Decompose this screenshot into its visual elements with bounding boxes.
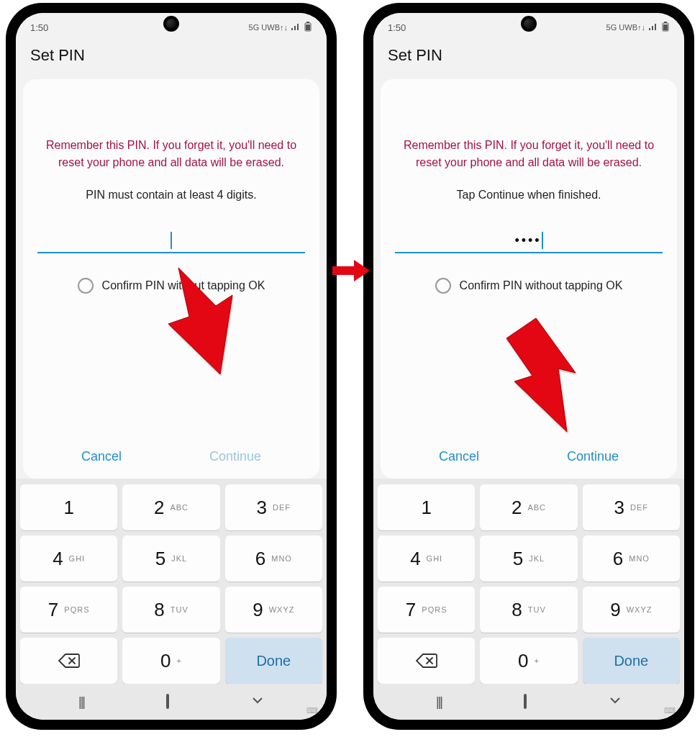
battery-icon bbox=[661, 22, 670, 33]
pin-input[interactable] bbox=[37, 229, 305, 253]
cancel-button[interactable]: Cancel bbox=[439, 449, 479, 464]
pointer-arrow-icon bbox=[164, 266, 243, 381]
pin-value: •••• bbox=[514, 233, 541, 248]
pin-input[interactable]: •••• bbox=[395, 229, 663, 253]
hint-text: Tap Continue when finished. bbox=[395, 189, 663, 202]
keyboard-toggle-icon[interactable]: ⌨ bbox=[664, 706, 676, 715]
svg-rect-4 bbox=[664, 22, 667, 23]
nav-bar: ||| ⌨ bbox=[373, 684, 684, 720]
status-time: 1:50 bbox=[388, 22, 406, 33]
battery-icon bbox=[304, 22, 312, 33]
nav-bar: ||| ⌨ bbox=[16, 684, 327, 720]
key-4[interactable]: 4GHI bbox=[378, 535, 475, 582]
key-backspace[interactable] bbox=[20, 638, 117, 684]
continue-button[interactable]: Continue bbox=[209, 449, 261, 464]
hint-text: PIN must contain at least 4 digits. bbox=[37, 189, 305, 202]
key-7[interactable]: 7PQRS bbox=[20, 587, 117, 633]
status-icons: 5G UWB↑↓ bbox=[249, 22, 312, 33]
radio-icon[interactable] bbox=[435, 278, 451, 294]
key-0[interactable]: 0+ bbox=[480, 638, 577, 684]
confirm-without-ok[interactable]: Confirm PIN without tapping OK bbox=[395, 278, 663, 294]
key-1[interactable]: 1 bbox=[20, 484, 117, 530]
svg-rect-5 bbox=[663, 24, 668, 30]
status-icons: 5G UWB↑↓ bbox=[606, 22, 670, 33]
camera-hole-icon bbox=[521, 16, 537, 32]
nav-home-button[interactable] bbox=[524, 695, 527, 708]
nav-recent-button[interactable]: ||| bbox=[78, 695, 84, 710]
cancel-button[interactable]: Cancel bbox=[81, 449, 122, 464]
key-3[interactable]: 3DEF bbox=[225, 484, 322, 530]
cursor-icon bbox=[171, 232, 172, 249]
key-6[interactable]: 6MNO bbox=[225, 535, 322, 582]
nav-recent-button[interactable]: ||| bbox=[436, 695, 442, 710]
radio-icon[interactable] bbox=[78, 278, 94, 294]
key-5[interactable]: 5JKL bbox=[480, 535, 577, 582]
cursor-icon bbox=[542, 232, 543, 249]
key-9[interactable]: 9WXYZ bbox=[583, 587, 680, 633]
warning-text: Remember this PIN. If you forget it, you… bbox=[395, 137, 663, 171]
key-2[interactable]: 2ABC bbox=[480, 484, 577, 530]
nav-home-button[interactable] bbox=[166, 695, 169, 708]
action-row: Cancel Continue bbox=[395, 436, 663, 479]
backspace-icon bbox=[57, 652, 81, 669]
key-0[interactable]: 0+ bbox=[122, 638, 219, 684]
key-done[interactable]: Done bbox=[225, 638, 322, 684]
page-title: Set PIN bbox=[16, 39, 327, 75]
key-9[interactable]: 9WXYZ bbox=[225, 587, 322, 633]
key-1[interactable]: 1 bbox=[378, 484, 475, 530]
page-title: Set PIN bbox=[373, 39, 684, 75]
step-arrow-icon bbox=[331, 258, 371, 284]
key-backspace[interactable] bbox=[378, 638, 475, 684]
key-5[interactable]: 5JKL bbox=[122, 535, 219, 582]
svg-rect-1 bbox=[306, 22, 309, 23]
confirm-label: Confirm PIN without tapping OK bbox=[460, 279, 623, 292]
signal-icon bbox=[291, 22, 301, 32]
key-7[interactable]: 7PQRS bbox=[378, 587, 475, 633]
chevron-down-icon bbox=[609, 694, 622, 707]
warning-text: Remember this PIN. If you forget it, you… bbox=[37, 137, 305, 171]
network-label: 5G UWB↑↓ bbox=[249, 23, 288, 32]
camera-hole-icon bbox=[163, 16, 179, 32]
key-4[interactable]: 4GHI bbox=[20, 535, 117, 582]
action-row: Cancel Continue bbox=[37, 436, 305, 479]
key-8[interactable]: 8TUV bbox=[480, 587, 577, 633]
key-8[interactable]: 8TUV bbox=[122, 587, 219, 633]
key-done[interactable]: Done bbox=[583, 638, 680, 684]
key-2[interactable]: 2ABC bbox=[122, 484, 219, 530]
keyboard-toggle-icon[interactable]: ⌨ bbox=[306, 706, 318, 715]
home-icon bbox=[524, 694, 527, 709]
status-time: 1:50 bbox=[30, 22, 48, 33]
backspace-icon bbox=[414, 652, 439, 669]
nav-back-button[interactable] bbox=[609, 694, 622, 710]
continue-button[interactable]: Continue bbox=[567, 449, 619, 464]
network-label: 5G UWB↑↓ bbox=[606, 23, 645, 32]
key-6[interactable]: 6MNO bbox=[583, 535, 680, 582]
numeric-keypad: 1 2ABC 3DEF 4GHI 5JKL 6MNO 7PQRS 8TUV 9W… bbox=[16, 479, 327, 684]
chevron-down-icon bbox=[251, 694, 264, 707]
signal-icon bbox=[648, 22, 658, 32]
key-3[interactable]: 3DEF bbox=[583, 484, 680, 530]
svg-rect-2 bbox=[306, 24, 310, 30]
pointer-arrow-icon bbox=[504, 317, 590, 439]
home-icon bbox=[166, 694, 169, 709]
numeric-keypad: 1 2ABC 3DEF 4GHI 5JKL 6MNO 7PQRS 8TUV 9W… bbox=[373, 479, 684, 684]
nav-back-button[interactable] bbox=[251, 694, 264, 710]
